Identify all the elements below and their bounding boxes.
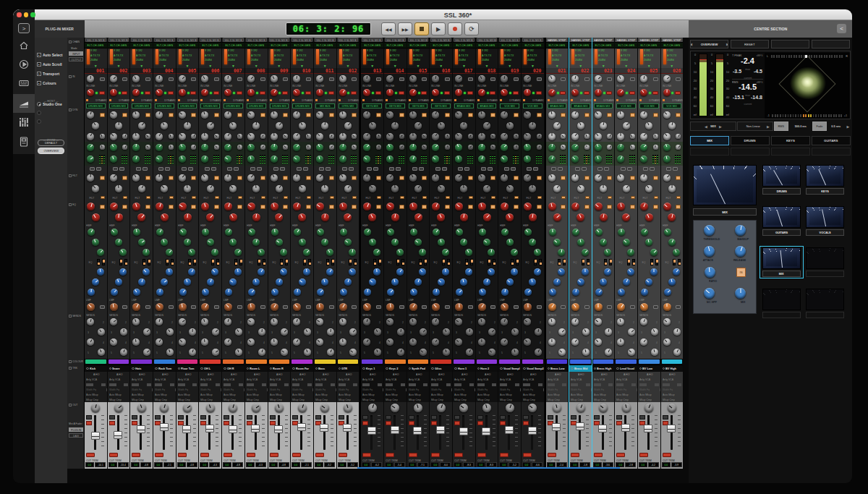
filter-in-button[interactable]: [100, 176, 105, 180]
solo-button[interactable]: [270, 421, 276, 425]
eq-hf-knob[interactable]: [668, 213, 676, 221]
eq-toggle[interactable]: [171, 259, 174, 265]
gate-knob[interactable]: [247, 144, 255, 151]
eq-hf-knob[interactable]: [548, 203, 556, 210]
cut-button[interactable]: [548, 415, 553, 420]
send-knob[interactable]: [132, 318, 140, 325]
send-knob[interactable]: [349, 349, 357, 356]
dyn-in-button[interactable]: [122, 113, 127, 117]
eq-hmf-knob[interactable]: [133, 229, 140, 236]
send-knob[interactable]: [247, 318, 255, 325]
gate-button[interactable]: [90, 167, 95, 171]
eq-toggle[interactable]: [609, 259, 612, 265]
eq-hmf-knob[interactable]: [668, 239, 676, 246]
filter-in-button[interactable]: [283, 176, 288, 180]
gate-knob[interactable]: [237, 145, 242, 150]
dyn-knob[interactable]: [363, 133, 370, 140]
input-gain-knob[interactable]: [548, 75, 556, 82]
cut-button[interactable]: [132, 415, 137, 420]
eq-lmf-knob[interactable]: [88, 289, 95, 296]
eq-bell-button[interactable]: [537, 305, 542, 309]
fader-cap[interactable]: [182, 425, 191, 433]
eq-toggle[interactable]: [263, 259, 265, 265]
eq-lmf-knob[interactable]: [668, 278, 676, 286]
gate-knob[interactable]: [445, 145, 450, 150]
listen-button[interactable]: [86, 453, 95, 457]
gate-button[interactable]: [527, 167, 532, 171]
eq-bell-button[interactable]: [676, 305, 681, 309]
send-knob[interactable]: [548, 318, 556, 325]
fader-track[interactable]: [163, 415, 165, 450]
filter-knob[interactable]: [229, 185, 237, 192]
dyn-knob[interactable]: [321, 122, 328, 129]
dyn-knob[interactable]: [391, 122, 399, 129]
filter-button[interactable]: [676, 196, 681, 199]
ratio-knob[interactable]: [705, 267, 715, 278]
gate-knob[interactable]: [110, 156, 117, 163]
listen-button[interactable]: [315, 453, 324, 457]
section-trk[interactable]: TRK: [69, 365, 82, 370]
gate-knob[interactable]: [422, 145, 427, 150]
eq-hf-knob[interactable]: [92, 213, 100, 221]
eq-hf-knob[interactable]: [437, 213, 445, 221]
filter-in-button[interactable]: [676, 176, 681, 180]
trim-knob[interactable]: [271, 89, 278, 96]
eq-lmf-knob[interactable]: [156, 289, 163, 296]
solo-button[interactable]: [454, 421, 460, 425]
send-knob[interactable]: [166, 328, 174, 336]
phase-button[interactable]: [260, 91, 265, 95]
eq-bell-button[interactable]: [561, 205, 566, 209]
eq-lmf-knob[interactable]: [179, 289, 187, 296]
dyn-knob[interactable]: [399, 134, 404, 139]
dyn-knob[interactable]: [607, 134, 612, 139]
gate-knob[interactable]: [548, 156, 556, 163]
filter-in-button[interactable]: [237, 176, 242, 180]
pan-knob[interactable]: [160, 404, 169, 412]
eq-lf-knob[interactable]: [640, 303, 648, 311]
filter-knob[interactable]: [87, 174, 94, 182]
track-colour-bar[interactable]: [384, 359, 407, 365]
eq-toggle[interactable]: [188, 259, 191, 265]
eq-toggle[interactable]: [211, 259, 214, 265]
dyn-knob[interactable]: [514, 134, 519, 139]
dyn-knob[interactable]: [369, 122, 376, 129]
pan-knob[interactable]: [459, 404, 468, 412]
send-knob[interactable]: [212, 328, 219, 336]
send-knob[interactable]: [363, 338, 370, 346]
cut-button[interactable]: [409, 415, 414, 420]
gate-button[interactable]: [297, 167, 302, 171]
pad-button[interactable]: [422, 77, 427, 81]
phase-button[interactable]: [190, 91, 196, 95]
eq-hmf-knob[interactable]: [460, 239, 467, 246]
dyn-knob[interactable]: [344, 122, 352, 129]
gate-button[interactable]: [464, 167, 469, 171]
listen-button[interactable]: [616, 453, 625, 457]
eq-toggle[interactable]: [373, 259, 376, 265]
trim-knob[interactable]: [432, 89, 439, 96]
send-knob[interactable]: [189, 349, 196, 356]
trim-knob[interactable]: [316, 89, 323, 96]
eq-toggle[interactable]: [582, 259, 584, 265]
phase-button[interactable]: [606, 91, 612, 95]
filter-button[interactable]: [585, 196, 590, 199]
eq-toggle[interactable]: [331, 259, 334, 265]
filter-knob[interactable]: [92, 185, 99, 192]
trim-knob[interactable]: [617, 89, 624, 96]
rms-mode-button[interactable]: RMS: [774, 122, 788, 131]
eq-lmf-knob[interactable]: [184, 278, 191, 286]
eq-bell-button[interactable]: [100, 205, 105, 209]
track-name[interactable]: OH R: [222, 365, 244, 372]
gate-button[interactable]: [182, 167, 187, 171]
eq-hmf-knob[interactable]: [188, 249, 195, 256]
trim-knob[interactable]: [179, 89, 186, 96]
section-out[interactable]: OUT: [69, 402, 83, 407]
send-knob[interactable]: [478, 338, 485, 346]
send-knob[interactable]: [110, 318, 117, 325]
dyn-knob[interactable]: [201, 111, 208, 119]
filter-knob[interactable]: [455, 174, 462, 182]
eq-lf-knob[interactable]: [271, 303, 278, 311]
dyn-knob[interactable]: [645, 122, 652, 129]
dyn-knob[interactable]: [455, 133, 462, 140]
dyn-knob[interactable]: [363, 111, 370, 119]
send-knob[interactable]: [535, 328, 542, 336]
